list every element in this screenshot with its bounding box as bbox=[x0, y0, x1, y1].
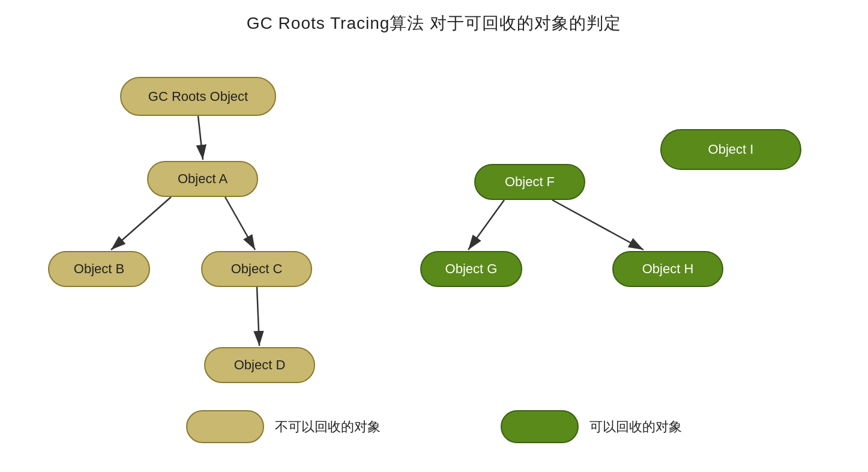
legend-tan: 不可以回收的对象 bbox=[186, 410, 381, 443]
object-c-label: Object C bbox=[231, 261, 283, 277]
object-b-node: Object B bbox=[48, 251, 150, 287]
legend: 不可以回收的对象 可以回收的对象 bbox=[0, 410, 868, 443]
object-c-node: Object C bbox=[201, 251, 312, 287]
object-b-label: Object B bbox=[74, 261, 124, 277]
svg-line-4 bbox=[257, 287, 259, 346]
svg-line-3 bbox=[225, 197, 255, 250]
object-f-label: Object F bbox=[505, 174, 555, 190]
diagram-area: GC Roots Object Object A Object B Object… bbox=[0, 35, 868, 455]
object-i-label: Object I bbox=[708, 142, 754, 157]
legend-tan-label: 不可以回收的对象 bbox=[275, 418, 381, 436]
page-title: GC Roots Tracing算法 对于可回收的对象的判定 bbox=[0, 0, 868, 35]
object-d-node: Object D bbox=[204, 347, 315, 383]
object-f-node: Object F bbox=[474, 164, 585, 200]
svg-line-1 bbox=[198, 116, 203, 160]
gc-roots-label: GC Roots Object bbox=[148, 89, 248, 104]
legend-green: 可以回收的对象 bbox=[501, 410, 682, 443]
object-i-node: Object I bbox=[660, 129, 801, 170]
object-h-node: Object H bbox=[612, 251, 723, 287]
legend-green-node bbox=[501, 410, 579, 443]
object-d-label: Object D bbox=[234, 357, 286, 373]
gc-roots-object-node: GC Roots Object bbox=[120, 77, 276, 116]
object-a-node: Object A bbox=[147, 161, 258, 197]
object-a-label: Object A bbox=[178, 171, 228, 187]
svg-line-6 bbox=[552, 200, 643, 250]
object-g-node: Object G bbox=[420, 251, 522, 287]
legend-tan-node bbox=[186, 410, 264, 443]
object-g-label: Object G bbox=[445, 261, 498, 277]
legend-green-label: 可以回收的对象 bbox=[589, 418, 682, 436]
object-h-label: Object H bbox=[642, 261, 694, 277]
svg-line-2 bbox=[111, 197, 171, 250]
svg-line-5 bbox=[468, 200, 504, 250]
